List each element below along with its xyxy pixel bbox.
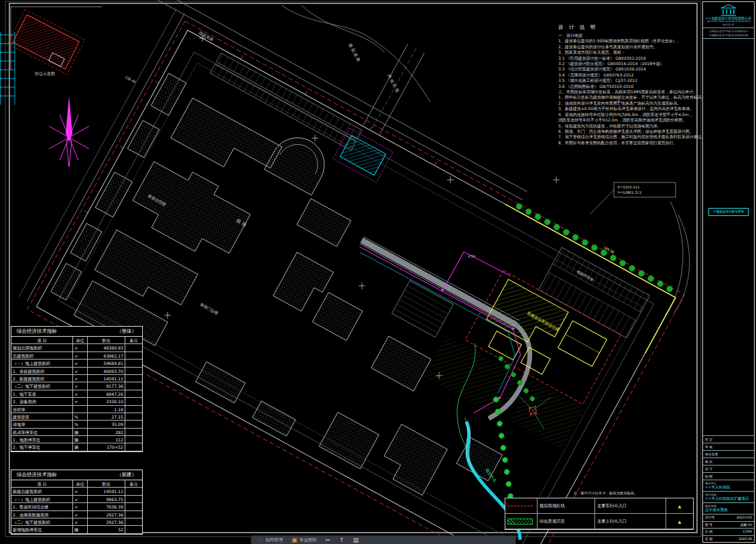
cell-unit: 辆 [73, 526, 88, 533]
cell-name: 容积率 [11, 406, 73, 413]
table-row: 新增地面停车位辆52 [11, 526, 142, 533]
table-row: （二）地下建筑面积㎡9177.36 [11, 382, 142, 390]
cell-value: 46380.83 [88, 344, 125, 351]
cell-unit: ㎡ [73, 368, 88, 375]
notes-line: 消防车道转弯半径不小于R12.0m，消防登高操作场地详见消防分析图。 [558, 117, 710, 123]
tree-icon [619, 259, 627, 267]
cell-value: 14591.11 [88, 488, 125, 495]
small-field-label: 日 期 [705, 536, 725, 543]
institute-emblem-icon [720, 4, 737, 16]
cell-name: 1、地下车库 [11, 390, 73, 398]
cell-unit: ㎡ [73, 519, 88, 526]
header-cell: 单位 [73, 337, 88, 344]
cell-value: 7036.39 [88, 503, 125, 510]
table-row: （一）地上建筑面积㎡54684.81 [11, 360, 142, 367]
cell-unit: % [73, 413, 88, 421]
cell-note [125, 352, 142, 360]
tree-icon [501, 456, 509, 464]
signature-rows: 审 定审 核专业负责校 对设 计制 图 [703, 435, 754, 480]
cell-unit [73, 406, 88, 413]
cell-value: 9177.36 [88, 382, 125, 390]
cell-name: 新建总建筑面积 [11, 488, 73, 495]
header-cell: 数值 [88, 480, 125, 488]
entrance-arrow-icon: ▲ [666, 514, 693, 529]
signature-row: 制 图 [703, 472, 754, 480]
tree-icon [498, 432, 505, 439]
header-cell: 项 目 [11, 480, 73, 488]
cell-note [125, 360, 142, 367]
notes-line: 3、新建建筑±0.00相当于绝对标高详见单体设计，室内外高差详见各单体。 [558, 106, 710, 111]
entrance-arrow-icon: ▲ [666, 498, 693, 514]
tree-icon [496, 420, 503, 427]
cell-value: 14591.11 [88, 375, 125, 382]
green-swatch [507, 519, 533, 525]
tree-icon [515, 203, 523, 211]
cell-note [125, 375, 142, 382]
app-item[interactable]: ▣专业图纸 [292, 537, 317, 544]
header-cell: 数值 [88, 337, 125, 344]
table-title-text: 综合经济技术指标 [17, 472, 57, 478]
table-title-subtitle: （整体） [117, 328, 137, 335]
title-block: ××省建筑设计研究院有限公司 ARCHITECTURAL DESIGN & RE… [702, 1, 755, 543]
plan-label: 保留门诊楼 [199, 302, 219, 316]
notes-line: 5、保留建筑均为现状建筑，外轮廓尺寸以现场实测为准。 [558, 123, 710, 129]
cell-note [125, 443, 142, 451]
inset-location-map [7, 7, 102, 74]
cell-value: 2330.10 [88, 398, 125, 405]
upload-item[interactable]: ↑ [339, 537, 344, 544]
signature-row: 审 定 [703, 435, 754, 443]
upload-icon: ↑ [339, 537, 344, 544]
cell-note [125, 398, 142, 405]
notes-line: 1、建设单位提供的1:500实测地形图及用地红线图（含界址坐标）。 [558, 38, 710, 44]
cell-note [125, 344, 142, 351]
table-title: 综合经济技术指标（整体） [11, 327, 142, 337]
notes-line: 二、本图坐标采用城市坐标系，高程采用1985国家高程基准，单位均以米计。 [558, 89, 710, 95]
legend-label: 规划用地红线 [538, 498, 595, 514]
table-title-text: 综合经济技术指标 [17, 328, 57, 335]
table-row: 建筑密度%27.15 [11, 413, 142, 421]
cell-unit: 辆 [73, 429, 88, 436]
redline-swatch [507, 506, 533, 506]
signature-value [727, 458, 752, 466]
cross-tick [553, 176, 560, 183]
legend-swatch-cell [505, 514, 538, 529]
north-arrow-icon [49, 96, 89, 167]
notes-line: 3、国家及地方现行有关规范、规程： [558, 50, 710, 55]
notes-line: 3.4 《无障碍设计规范》 GB50763-2012 [558, 72, 710, 78]
certificate-2: 工程勘察证书 甲级 B123004568 [704, 34, 753, 38]
notes-line: 一、设计依据 [558, 33, 710, 38]
cell-unit: ㎡ [73, 390, 88, 398]
cell-unit: 辆 [73, 443, 88, 451]
signature-value [727, 436, 752, 443]
tree-icon [666, 285, 674, 293]
table-row: 绿地率%35.09 [11, 421, 142, 428]
signature-row: 设 计 [703, 465, 754, 472]
table-row: 总建筑面积㎡63862.17 [11, 352, 142, 360]
cell-unit: 辆 [73, 436, 88, 443]
notes-line: 3.2 《建筑设计防火规范》 GB50016-2014（2018年版） [558, 61, 710, 66]
indicator-table-overall: 综合经济技术指标（整体）项 目单位数值备注规划总用地面积㎡46380.83总建筑… [11, 326, 143, 452]
cell-name: 2、新建建筑面积 [11, 375, 73, 382]
signature-row: 专业负责 [703, 450, 754, 457]
plan-label: 区位示意图 [35, 71, 55, 76]
save-item[interactable]: ▤ [353, 537, 359, 544]
small-field-value: 总施-01 [725, 522, 752, 529]
small-field-value: 2023-015 [725, 514, 752, 521]
cell-name: 新增地面停车位 [11, 526, 73, 533]
tree-icon [628, 264, 636, 272]
scissors-item[interactable]: ✂ [326, 537, 331, 544]
tree-icon [562, 228, 570, 236]
plan-label: 注：图中尺寸以米计，标高为绝对标高。 [574, 491, 637, 496]
notes-panel: 设 计 说 明 一、设计依据1、建设单位提供的1:500实测地形图及用地红线图（… [558, 24, 710, 146]
signature-value [727, 443, 752, 451]
people-item[interactable]: ⚇协同管理 [258, 537, 283, 544]
tree-icon [505, 480, 512, 488]
drawing-number-fields: 设计号2023-015图 号总施-01比 例1:500日 期2023.06 [703, 514, 754, 542]
cell-note [125, 503, 142, 510]
signature-role: 审 核 [705, 443, 727, 451]
cell-name: 机动车停车位 [11, 429, 73, 436]
cell-unit: ㎡ [73, 503, 88, 510]
field-value: 总平面布置图 [705, 508, 752, 512]
scissors-icon: ✂ [326, 537, 331, 544]
cell-note [125, 368, 142, 375]
